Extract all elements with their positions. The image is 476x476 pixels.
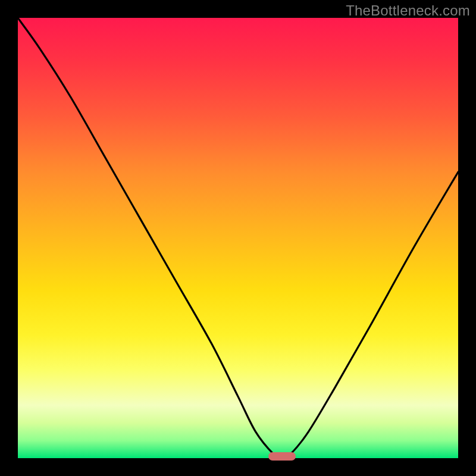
- plot-area: [18, 18, 458, 458]
- watermark-text: TheBottleneck.com: [346, 2, 470, 19]
- chart-frame: TheBottleneck.com: [0, 0, 476, 476]
- optimal-marker: [268, 452, 296, 461]
- bottleneck-curve: [18, 18, 458, 458]
